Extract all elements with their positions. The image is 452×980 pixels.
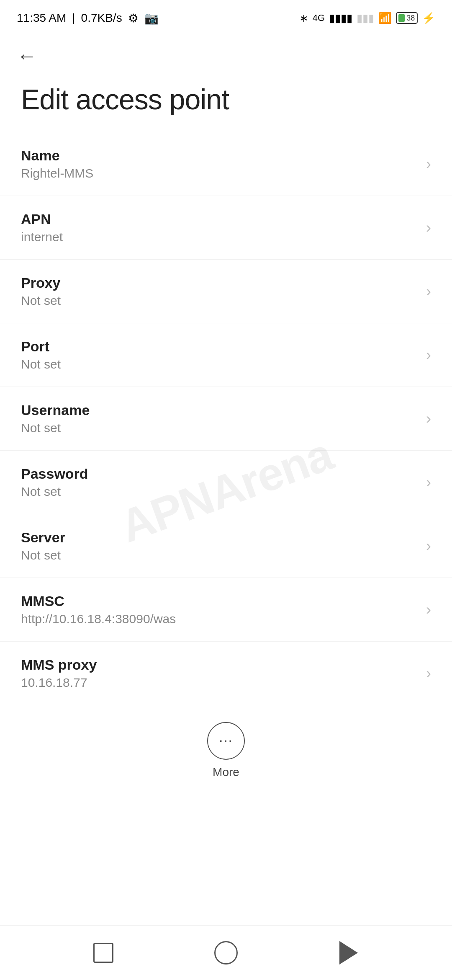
settings-item-proxy[interactable]: Proxy Not set › — [0, 260, 452, 323]
settings-item-username-title: Username — [21, 402, 418, 418]
settings-item-username-content: Username Not set — [21, 402, 418, 435]
separator: | — [72, 11, 75, 25]
settings-item-proxy-content: Proxy Not set — [21, 275, 418, 308]
bolt-icon: ⚡ — [422, 12, 435, 25]
settings-item-mmsc-content: MMSC http://10.16.18.4:38090/was — [21, 593, 418, 626]
nav-back-button[interactable] — [334, 938, 363, 967]
settings-item-mms-proxy-content: MMS proxy 10.16.18.77 — [21, 657, 418, 690]
signal-bars-icon: ▮▮▮▮ — [329, 12, 352, 25]
content-wrapper: ← Edit access point Name Rightel-MMS › A… — [0, 34, 452, 859]
signal-bars2-icon: ▮▮▮ — [357, 12, 374, 25]
wifi-icon: 📶 — [378, 12, 392, 25]
settings-item-server-title: Server — [21, 529, 418, 546]
settings-item-mms-proxy-title: MMS proxy — [21, 657, 418, 673]
more-circle-button[interactable]: ⋯ — [207, 722, 245, 760]
chevron-right-icon: › — [426, 537, 431, 555]
battery-indicator: 38 — [396, 12, 418, 24]
nav-back-icon — [339, 941, 358, 965]
settings-item-username[interactable]: Username Not set › — [0, 387, 452, 451]
settings-item-password-title: Password — [21, 466, 418, 482]
settings-item-server[interactable]: Server Not set › — [0, 514, 452, 578]
more-dots-icon: ⋯ — [218, 734, 234, 748]
settings-item-password[interactable]: Password Not set › — [0, 451, 452, 514]
settings-item-port-content: Port Not set — [21, 338, 418, 371]
settings-item-apn-value: internet — [21, 230, 418, 244]
status-right: ∗ 4G ▮▮▮▮ ▮▮▮ 📶 38 ⚡ — [299, 12, 435, 25]
nav-recents-icon — [93, 943, 113, 963]
bluetooth-icon: ∗ — [299, 12, 308, 25]
settings-item-mmsc-title: MMSC — [21, 593, 418, 609]
chevron-right-icon: › — [426, 283, 431, 300]
settings-item-name-title: Name — [21, 147, 418, 164]
settings-item-mmsc[interactable]: MMSC http://10.16.18.4:38090/was › — [0, 578, 452, 642]
back-button[interactable]: ← — [0, 34, 452, 70]
settings-item-name-value: Rightel-MMS — [21, 166, 418, 181]
settings-item-mms-proxy-value: 10.16.18.77 — [21, 676, 418, 690]
settings-item-proxy-value: Not set — [21, 294, 418, 308]
time-display: 11:35 AM — [17, 11, 66, 25]
signal-4g-icon: 4G — [313, 13, 325, 23]
settings-item-password-content: Password Not set — [21, 466, 418, 499]
settings-icon: ⚙ — [128, 11, 139, 25]
settings-item-proxy-title: Proxy — [21, 275, 418, 291]
settings-item-apn-title: APN — [21, 211, 418, 227]
page-title: Edit access point — [0, 70, 452, 132]
nav-home-icon — [214, 941, 238, 965]
chevron-right-icon: › — [426, 346, 431, 364]
status-bar: 11:35 AM | 0.7KB/s ⚙ 📷 ∗ 4G ▮▮▮▮ ▮▮▮ 📶 3… — [0, 0, 452, 34]
battery-fill — [398, 14, 405, 22]
settings-item-password-value: Not set — [21, 485, 418, 499]
nav-recents-button[interactable] — [89, 938, 118, 967]
chevron-right-icon: › — [426, 601, 431, 619]
chevron-right-icon: › — [426, 155, 431, 173]
settings-item-apn-content: APN internet — [21, 211, 418, 244]
chevron-right-icon: › — [426, 665, 431, 682]
network-speed: 0.7KB/s — [81, 11, 122, 25]
settings-item-mmsc-value: http://10.16.18.4:38090/was — [21, 612, 418, 626]
settings-item-mms-proxy[interactable]: MMS proxy 10.16.18.77 › — [0, 642, 452, 705]
battery-percent: 38 — [406, 14, 415, 23]
settings-item-server-content: Server Not set — [21, 529, 418, 562]
settings-item-name[interactable]: Name Rightel-MMS › — [0, 132, 452, 196]
settings-item-name-content: Name Rightel-MMS — [21, 147, 418, 181]
chevron-right-icon: › — [426, 219, 431, 237]
chevron-right-icon: › — [426, 474, 431, 491]
more-label: More — [213, 766, 239, 779]
more-button-area[interactable]: ⋯ More — [0, 705, 452, 792]
chevron-right-icon: › — [426, 410, 431, 428]
status-left: 11:35 AM | 0.7KB/s ⚙ 📷 — [17, 11, 159, 25]
settings-item-port-title: Port — [21, 338, 418, 355]
camera-icon: 📷 — [144, 11, 159, 25]
settings-item-username-value: Not set — [21, 421, 418, 435]
back-arrow-icon: ← — [17, 45, 37, 67]
navigation-bar — [0, 925, 452, 980]
settings-item-port-value: Not set — [21, 357, 418, 371]
settings-item-server-value: Not set — [21, 548, 418, 562]
settings-item-port[interactable]: Port Not set › — [0, 323, 452, 387]
settings-list: Name Rightel-MMS › APN internet › Proxy … — [0, 132, 452, 705]
nav-home-button[interactable] — [211, 938, 241, 967]
settings-item-apn[interactable]: APN internet › — [0, 196, 452, 260]
